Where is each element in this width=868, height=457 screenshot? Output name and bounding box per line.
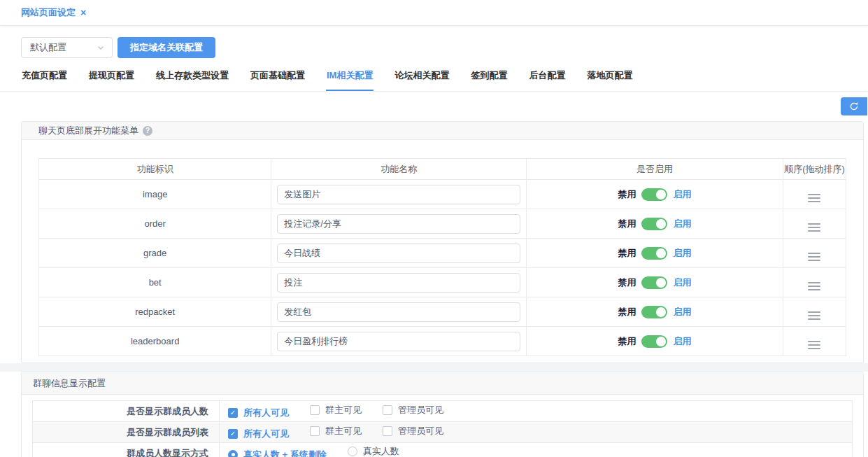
group-chat-panel-title: 群聊信息显示配置	[33, 377, 106, 390]
function-name-input[interactable]	[277, 214, 520, 234]
nav-tab-3[interactable]: 页面基础配置	[250, 65, 306, 91]
nav-tab-4[interactable]: IM相关配置	[326, 65, 373, 91]
nav-tab-2[interactable]: 线上存款类型设置	[155, 65, 229, 91]
toggle-off-label: 禁用	[618, 306, 636, 318]
function-name-input[interactable]	[277, 332, 520, 351]
enable-toggle-group: 禁用启用	[527, 188, 783, 201]
nav-tab-6[interactable]: 签到配置	[470, 65, 508, 91]
option-label: 群主可见	[325, 425, 362, 437]
group-setting-options: 真实人数 + 系统删除真实人数	[220, 443, 853, 457]
function-table-header-row: 功能标识功能名称是否启用顺序(拖动排序)	[39, 159, 846, 180]
drag-handle-icon[interactable]	[808, 223, 820, 232]
page-tab[interactable]: 网站页面设定 ×	[21, 6, 86, 19]
function-name-input[interactable]	[277, 273, 520, 293]
toggle-knob	[656, 248, 666, 258]
chat-menu-panel-body: 功能标识功能名称是否启用顺序(拖动排序) image禁用启用order禁用启用g…	[22, 140, 863, 363]
checkbox-option-1-2[interactable]: 管理员可见	[383, 425, 443, 437]
function-menu-table: 功能标识功能名称是否启用顺序(拖动排序) image禁用启用order禁用启用g…	[38, 158, 846, 356]
toggle-on-label: 启用	[673, 276, 691, 289]
checkbox-option-0-2[interactable]: 管理员可见	[383, 404, 443, 416]
function-sort-cell	[783, 327, 846, 356]
nav-tab-5[interactable]: 论坛相关配置	[394, 65, 450, 91]
drag-handle-icon[interactable]	[808, 253, 820, 261]
toggle-on-label: 启用	[673, 218, 691, 230]
function-enable-cell: 禁用启用	[527, 297, 783, 327]
toggle-off-label: 禁用	[618, 335, 636, 348]
function-key-cell: redpacket	[39, 297, 271, 327]
enable-toggle-group: 禁用启用	[527, 218, 783, 230]
function-sort-cell	[783, 239, 846, 268]
function-row-redpacket: redpacket禁用启用	[39, 297, 846, 327]
function-table-col-header-1: 功能名称	[271, 159, 527, 180]
radio-selected-icon[interactable]	[228, 450, 238, 457]
group-chat-panel-header: 群聊信息显示配置	[22, 372, 863, 395]
checkbox-unchecked-icon[interactable]	[383, 405, 392, 415]
enable-toggle[interactable]	[641, 276, 667, 289]
option-label: 群主可见	[325, 404, 362, 416]
domain-config-button[interactable]: 指定域名关联配置	[118, 37, 215, 58]
group-setting-options: ✓所有人可见群主可见管理员可见	[220, 422, 853, 443]
function-enable-cell: 禁用启用	[527, 268, 783, 297]
radio-option-2-0[interactable]: 真实人数 + 系统删除	[228, 449, 327, 457]
refresh-button[interactable]	[841, 97, 867, 115]
toggle-on-label: 启用	[673, 306, 691, 318]
config-select[interactable]: 默认配置	[21, 37, 113, 58]
drag-handle-icon[interactable]	[808, 194, 820, 202]
chevron-down-icon	[97, 43, 105, 52]
function-name-cell	[271, 209, 527, 239]
function-enable-cell: 禁用启用	[527, 180, 783, 209]
checkbox-option-0-1[interactable]: 群主可见	[310, 404, 362, 416]
function-key-cell: leaderboard	[39, 327, 271, 356]
checkbox-option-1-0[interactable]: ✓所有人可见	[228, 428, 289, 440]
nav-tab-8[interactable]: 落地页配置	[586, 65, 633, 91]
nav-tab-7[interactable]: 后台配置	[528, 65, 566, 91]
group-setting-label: 是否显示群成员列表	[33, 422, 220, 443]
function-row-grade: grade禁用启用	[39, 239, 846, 268]
function-sort-cell	[783, 180, 846, 209]
enable-toggle[interactable]	[641, 218, 667, 230]
checkbox-option-1-1[interactable]: 群主可见	[310, 425, 362, 437]
toggle-off-label: 禁用	[618, 188, 636, 201]
drag-handle-icon[interactable]	[808, 282, 820, 290]
checkbox-checked-icon[interactable]: ✓	[228, 429, 238, 439]
toggle-off-label: 禁用	[618, 276, 636, 289]
function-name-cell	[271, 327, 527, 356]
group-chat-panel-body: 是否显示群成员人数✓所有人可见群主可见管理员可见是否显示群成员列表✓所有人可见群…	[22, 395, 863, 457]
group-setting-row-1: 是否显示群成员列表✓所有人可见群主可见管理员可见	[33, 422, 853, 443]
radio-option-2-1[interactable]: 真实人数	[348, 445, 399, 457]
chat-menu-panel: 聊天页底部展开功能菜单 ? 功能标识功能名称是否启用顺序(拖动排序) image…	[21, 121, 864, 363]
nav-tab-0[interactable]: 充值页配置	[21, 65, 68, 91]
checkbox-unchecked-icon[interactable]	[310, 405, 320, 415]
enable-toggle[interactable]	[641, 306, 667, 318]
group-setting-options: ✓所有人可见群主可见管理员可见	[220, 401, 853, 422]
toggle-knob	[656, 278, 666, 288]
radio-unselected-icon[interactable]	[348, 447, 357, 456]
enable-toggle[interactable]	[641, 188, 667, 201]
toggle-off-label: 禁用	[618, 247, 636, 260]
function-enable-cell: 禁用启用	[527, 209, 783, 239]
page-tab-label: 网站页面设定	[21, 6, 76, 19]
function-name-input[interactable]	[277, 185, 520, 204]
checkbox-unchecked-icon[interactable]	[383, 426, 392, 436]
checkbox-unchecked-icon[interactable]	[310, 426, 320, 436]
function-table-col-header-3: 顺序(拖动排序)	[783, 159, 846, 180]
enable-toggle[interactable]	[641, 247, 667, 260]
function-name-input[interactable]	[277, 302, 520, 322]
toolbar: 默认配置 指定域名关联配置	[21, 37, 847, 58]
help-icon[interactable]: ?	[143, 126, 152, 136]
close-icon[interactable]: ×	[80, 8, 86, 17]
drag-handle-icon[interactable]	[808, 311, 820, 320]
function-enable-cell: 禁用启用	[527, 239, 783, 268]
checkbox-checked-icon[interactable]: ✓	[228, 408, 238, 418]
nav-tabs-bar: 充值页配置提现页配置线上存款类型设置页面基础配置IM相关配置论坛相关配置签到配置…	[0, 65, 868, 92]
enable-toggle-group: 禁用启用	[527, 335, 783, 348]
checkbox-option-0-0[interactable]: ✓所有人可见	[228, 407, 289, 419]
nav-tab-1[interactable]: 提现页配置	[88, 65, 135, 91]
enable-toggle[interactable]	[641, 335, 667, 348]
enable-toggle-group: 禁用启用	[527, 247, 783, 260]
function-name-cell	[271, 297, 527, 327]
drag-handle-icon[interactable]	[808, 341, 820, 349]
function-name-input[interactable]	[277, 244, 520, 263]
function-key-cell: image	[39, 180, 271, 209]
function-name-cell	[271, 239, 527, 268]
